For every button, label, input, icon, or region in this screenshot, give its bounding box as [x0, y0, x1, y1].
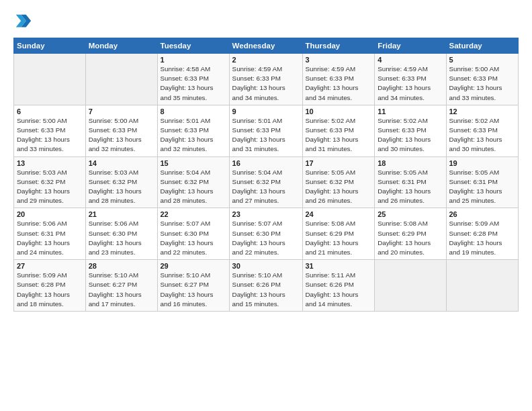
day-number: 20	[17, 210, 83, 218]
day-number: 21	[89, 210, 154, 218]
day-number: 1	[161, 56, 226, 64]
day-cell: 3Sunrise: 4:59 AM Sunset: 6:33 PM Daylig…	[302, 54, 375, 105]
day-number: 24	[306, 210, 372, 218]
day-detail: Sunrise: 5:05 AM Sunset: 6:31 PM Dayligh…	[378, 168, 443, 206]
day-cell: 22Sunrise: 5:07 AM Sunset: 6:30 PM Dayli…	[157, 208, 229, 260]
day-detail: Sunrise: 5:01 AM Sunset: 6:33 PM Dayligh…	[161, 116, 226, 154]
day-cell	[446, 260, 519, 312]
day-detail: Sunrise: 5:09 AM Sunset: 6:28 PM Dayligh…	[449, 219, 516, 257]
day-cell: 2Sunrise: 4:59 AM Sunset: 6:33 PM Daylig…	[229, 54, 302, 105]
day-number: 28	[89, 262, 154, 270]
day-number: 3	[306, 56, 372, 64]
day-cell: 25Sunrise: 5:08 AM Sunset: 6:29 PM Dayli…	[375, 208, 446, 260]
day-detail: Sunrise: 5:11 AM Sunset: 6:26 PM Dayligh…	[306, 271, 372, 309]
day-cell: 4Sunrise: 4:59 AM Sunset: 6:33 PM Daylig…	[375, 54, 446, 105]
day-cell: 27Sunrise: 5:09 AM Sunset: 6:28 PM Dayli…	[14, 260, 86, 312]
week-row-1: 1Sunrise: 4:58 AM Sunset: 6:33 PM Daylig…	[14, 54, 519, 105]
weekday-row: SundayMondayTuesdayWednesdayThursdayFrid…	[14, 38, 519, 54]
day-cell: 26Sunrise: 5:09 AM Sunset: 6:28 PM Dayli…	[446, 208, 519, 260]
day-number: 15	[161, 159, 226, 167]
day-number: 2	[232, 56, 300, 64]
day-detail: Sunrise: 5:06 AM Sunset: 6:30 PM Dayligh…	[89, 219, 154, 257]
day-cell: 30Sunrise: 5:10 AM Sunset: 6:26 PM Dayli…	[229, 260, 302, 312]
day-cell: 29Sunrise: 5:10 AM Sunset: 6:27 PM Dayli…	[157, 260, 229, 312]
day-number: 29	[161, 262, 226, 270]
day-number: 27	[17, 262, 83, 270]
calendar: SundayMondayTuesdayWednesdayThursdayFrid…	[13, 38, 519, 312]
day-number: 9	[232, 107, 300, 116]
day-cell	[14, 54, 86, 105]
header	[13, 12, 519, 31]
day-cell: 5Sunrise: 5:00 AM Sunset: 6:33 PM Daylig…	[446, 54, 519, 105]
day-cell: 7Sunrise: 5:00 AM Sunset: 6:33 PM Daylig…	[85, 105, 157, 156]
day-number: 19	[449, 159, 516, 167]
day-number: 5	[449, 56, 516, 64]
day-number: 18	[378, 159, 443, 167]
day-number: 30	[232, 262, 300, 270]
day-detail: Sunrise: 5:05 AM Sunset: 6:32 PM Dayligh…	[306, 168, 372, 206]
weekday-header-friday: Friday	[375, 38, 446, 54]
day-cell: 31Sunrise: 5:11 AM Sunset: 6:26 PM Dayli…	[302, 260, 375, 312]
day-number: 8	[161, 107, 226, 116]
day-number: 10	[306, 107, 372, 116]
weekday-header-saturday: Saturday	[446, 38, 519, 54]
day-number: 17	[306, 159, 372, 167]
day-cell: 15Sunrise: 5:04 AM Sunset: 6:32 PM Dayli…	[157, 156, 229, 208]
day-detail: Sunrise: 4:58 AM Sunset: 6:33 PM Dayligh…	[161, 64, 226, 103]
day-cell: 1Sunrise: 4:58 AM Sunset: 6:33 PM Daylig…	[157, 54, 229, 105]
day-cell: 12Sunrise: 5:02 AM Sunset: 6:33 PM Dayli…	[446, 105, 519, 156]
day-detail: Sunrise: 5:07 AM Sunset: 6:30 PM Dayligh…	[232, 219, 300, 257]
day-cell: 6Sunrise: 5:00 AM Sunset: 6:33 PM Daylig…	[14, 105, 86, 156]
day-detail: Sunrise: 5:01 AM Sunset: 6:33 PM Dayligh…	[232, 116, 300, 154]
day-cell	[375, 260, 446, 312]
day-cell: 14Sunrise: 5:03 AM Sunset: 6:32 PM Dayli…	[85, 156, 157, 208]
day-detail: Sunrise: 4:59 AM Sunset: 6:33 PM Dayligh…	[232, 64, 300, 103]
day-detail: Sunrise: 5:00 AM Sunset: 6:33 PM Dayligh…	[17, 116, 83, 154]
day-number: 31	[306, 262, 372, 270]
day-cell: 23Sunrise: 5:07 AM Sunset: 6:30 PM Dayli…	[229, 208, 302, 260]
day-number: 13	[17, 159, 83, 167]
day-number: 26	[449, 210, 516, 218]
day-number: 14	[89, 159, 154, 167]
week-row-2: 6Sunrise: 5:00 AM Sunset: 6:33 PM Daylig…	[14, 105, 519, 156]
day-detail: Sunrise: 5:10 AM Sunset: 6:27 PM Dayligh…	[89, 271, 154, 309]
day-detail: Sunrise: 5:04 AM Sunset: 6:32 PM Dayligh…	[232, 168, 300, 206]
day-detail: Sunrise: 4:59 AM Sunset: 6:33 PM Dayligh…	[306, 64, 372, 103]
day-cell: 11Sunrise: 5:02 AM Sunset: 6:33 PM Dayli…	[375, 105, 446, 156]
calendar-header: SundayMondayTuesdayWednesdayThursdayFrid…	[14, 38, 519, 54]
day-detail: Sunrise: 5:07 AM Sunset: 6:30 PM Dayligh…	[161, 219, 226, 257]
week-row-4: 20Sunrise: 5:06 AM Sunset: 6:31 PM Dayli…	[14, 208, 519, 260]
weekday-header-thursday: Thursday	[302, 38, 375, 54]
day-number: 25	[378, 210, 443, 218]
day-detail: Sunrise: 5:00 AM Sunset: 6:33 PM Dayligh…	[449, 64, 516, 103]
day-number: 22	[161, 210, 226, 218]
day-cell: 19Sunrise: 5:05 AM Sunset: 6:31 PM Dayli…	[446, 156, 519, 208]
day-cell: 20Sunrise: 5:06 AM Sunset: 6:31 PM Dayli…	[14, 208, 86, 260]
day-detail: Sunrise: 5:03 AM Sunset: 6:32 PM Dayligh…	[89, 168, 154, 206]
week-row-3: 13Sunrise: 5:03 AM Sunset: 6:32 PM Dayli…	[14, 156, 519, 208]
day-number: 12	[449, 107, 516, 116]
day-number: 16	[232, 159, 300, 167]
day-detail: Sunrise: 5:08 AM Sunset: 6:29 PM Dayligh…	[306, 219, 372, 257]
weekday-header-wednesday: Wednesday	[229, 38, 302, 54]
day-detail: Sunrise: 5:09 AM Sunset: 6:28 PM Dayligh…	[17, 271, 83, 309]
day-cell: 21Sunrise: 5:06 AM Sunset: 6:30 PM Dayli…	[85, 208, 157, 260]
day-cell: 8Sunrise: 5:01 AM Sunset: 6:33 PM Daylig…	[157, 105, 229, 156]
weekday-header-tuesday: Tuesday	[157, 38, 229, 54]
logo	[13, 12, 35, 31]
calendar-body: 1Sunrise: 4:58 AM Sunset: 6:33 PM Daylig…	[14, 54, 519, 312]
day-cell: 9Sunrise: 5:01 AM Sunset: 6:33 PM Daylig…	[229, 105, 302, 156]
day-detail: Sunrise: 5:10 AM Sunset: 6:26 PM Dayligh…	[232, 271, 300, 309]
day-detail: Sunrise: 5:00 AM Sunset: 6:33 PM Dayligh…	[89, 116, 154, 154]
day-number: 6	[17, 107, 83, 116]
weekday-header-sunday: Sunday	[14, 38, 86, 54]
day-cell: 13Sunrise: 5:03 AM Sunset: 6:32 PM Dayli…	[14, 156, 86, 208]
day-cell: 24Sunrise: 5:08 AM Sunset: 6:29 PM Dayli…	[302, 208, 375, 260]
page: SundayMondayTuesdayWednesdayThursdayFrid…	[0, 0, 532, 411]
day-number: 4	[378, 56, 443, 64]
day-detail: Sunrise: 5:08 AM Sunset: 6:29 PM Dayligh…	[378, 219, 443, 257]
day-detail: Sunrise: 5:03 AM Sunset: 6:32 PM Dayligh…	[17, 168, 83, 206]
day-cell: 18Sunrise: 5:05 AM Sunset: 6:31 PM Dayli…	[375, 156, 446, 208]
day-cell	[85, 54, 157, 105]
weekday-header-monday: Monday	[85, 38, 157, 54]
